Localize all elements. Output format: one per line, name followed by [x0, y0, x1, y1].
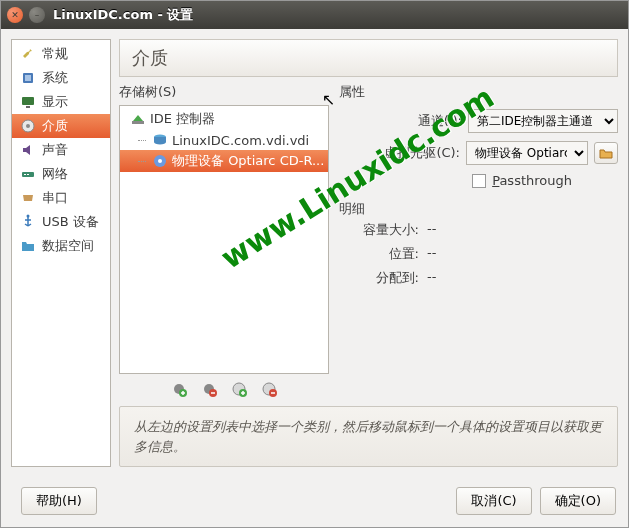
chip-icon	[20, 70, 36, 86]
location-value: --	[427, 245, 436, 263]
capacity-label: 容量大小:	[339, 221, 419, 239]
location-label: 位置:	[339, 245, 419, 263]
capacity-value: --	[427, 221, 436, 239]
help-button[interactable]: 帮助(H)	[21, 487, 97, 515]
svg-rect-1	[25, 75, 31, 81]
remove-attachment-button[interactable]	[260, 380, 278, 398]
tree-label: 存储树(S)	[119, 83, 329, 101]
sidebar-item-system[interactable]: 系统	[12, 66, 110, 90]
sidebar-item-network[interactable]: 网络	[12, 162, 110, 186]
drive-select[interactable]: 物理设备 Optiarc	[466, 141, 588, 165]
channel-select[interactable]: 第二IDE控制器主通道	[468, 109, 618, 133]
close-icon[interactable]: ✕	[7, 7, 23, 23]
hint-text: 从左边的设置列表中选择一个类别，然后移动鼠标到一个具体的设置项目以获取更多信息。	[119, 406, 618, 467]
passthrough-label: Passthrough	[492, 173, 572, 188]
browse-drive-button[interactable]	[594, 142, 618, 164]
detail-header: 明细	[339, 200, 618, 218]
sidebar-item-display[interactable]: 显示	[12, 90, 110, 114]
monitor-icon	[20, 94, 36, 110]
sidebar-label: 系统	[42, 69, 68, 87]
channel-label: 通道(I):	[418, 112, 462, 130]
sidebar-item-usb[interactable]: USB 设备	[12, 210, 110, 234]
speaker-icon	[20, 142, 36, 158]
tree-item-vdi[interactable]: LinuxIDC.com.vdi.vdi	[120, 130, 328, 150]
add-controller-button[interactable]	[170, 380, 188, 398]
sidebar-label: 串口	[42, 189, 68, 207]
sidebar-item-serial[interactable]: 串口	[12, 186, 110, 210]
tree-item-optical[interactable]: 物理设备 Optiarc CD-R...	[120, 150, 328, 172]
add-attachment-button[interactable]	[230, 380, 248, 398]
attached-label: 分配到:	[339, 269, 419, 287]
cd-icon	[152, 153, 168, 169]
tree-controller[interactable]: IDE 控制器	[120, 108, 328, 130]
ok-button[interactable]: 确定(O)	[540, 487, 616, 515]
tree-label: LinuxIDC.com.vdi.vdi	[172, 133, 309, 148]
sidebar-label: 数据空间	[42, 237, 94, 255]
storage-tree: IDE 控制器 LinuxIDC.com.vdi.vdi 物理设备 Optiar…	[119, 105, 329, 374]
drive-label: 虚拟光驱(C):	[384, 144, 460, 162]
svg-point-9	[27, 215, 30, 218]
svg-point-13	[158, 159, 162, 163]
tree-label: 物理设备 Optiarc CD-R...	[172, 152, 324, 170]
svg-rect-10	[132, 121, 144, 124]
passthrough-checkbox[interactable]	[472, 174, 486, 188]
sidebar-label: 常规	[42, 45, 68, 63]
sidebar-item-audio[interactable]: 声音	[12, 138, 110, 162]
tree-toolbar	[119, 374, 329, 400]
sidebar-item-storage[interactable]: 介质	[12, 114, 110, 138]
folder-icon	[20, 238, 36, 254]
controller-icon	[130, 111, 146, 127]
svg-rect-2	[22, 97, 34, 105]
network-icon	[20, 166, 36, 182]
svg-point-5	[26, 124, 30, 128]
hdd-icon	[152, 132, 168, 148]
sidebar-label: 声音	[42, 141, 68, 159]
svg-rect-8	[27, 174, 29, 175]
serial-icon	[20, 190, 36, 206]
sidebar: 常规 系统 显示 介质 声音 网络	[11, 39, 111, 467]
sidebar-label: 显示	[42, 93, 68, 111]
minimize-icon[interactable]: –	[29, 7, 45, 23]
titlebar: ✕ – LinuxIDC.com - 设置	[1, 1, 628, 29]
page-title: 介质	[119, 39, 618, 77]
sidebar-item-general[interactable]: 常规	[12, 42, 110, 66]
svg-rect-7	[24, 174, 26, 175]
disc-icon	[20, 118, 36, 134]
sidebar-label: USB 设备	[42, 213, 99, 231]
attached-value: --	[427, 269, 436, 287]
cancel-button[interactable]: 取消(C)	[456, 487, 531, 515]
sidebar-item-shared[interactable]: 数据空间	[12, 234, 110, 258]
wrench-icon	[20, 46, 36, 62]
props-header: 属性	[339, 83, 618, 101]
tree-label: IDE 控制器	[150, 110, 215, 128]
sidebar-label: 网络	[42, 165, 68, 183]
sidebar-label: 介质	[42, 117, 68, 135]
svg-rect-3	[26, 106, 30, 108]
remove-controller-button[interactable]	[200, 380, 218, 398]
window-title: LinuxIDC.com - 设置	[53, 6, 193, 24]
usb-icon	[20, 214, 36, 230]
